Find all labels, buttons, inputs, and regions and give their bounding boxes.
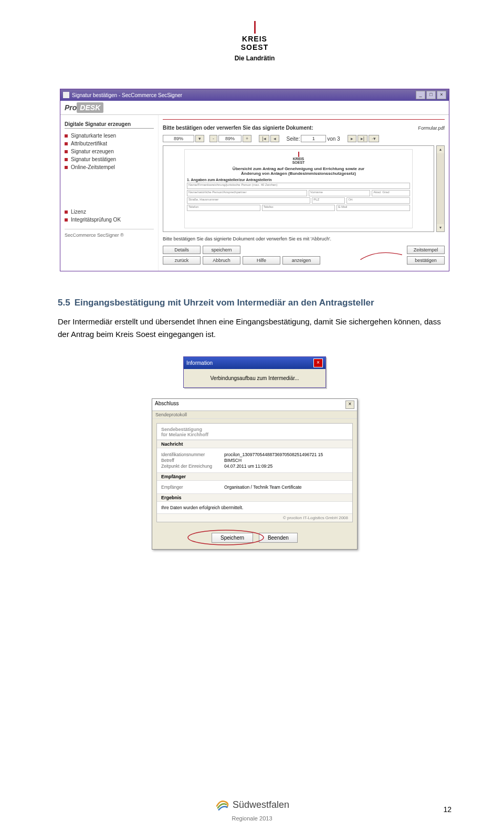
last-page-button[interactable]: ▸|: [358, 135, 368, 142]
toolbar-menu-button[interactable]: ·▾: [369, 135, 379, 142]
doc-logo-line2: SOEST: [187, 161, 410, 164]
secsigner-window: Signatur bestätigen - SecCommerce SecSig…: [60, 89, 449, 271]
sidebar-step: Online-Zeitstempel: [65, 163, 154, 171]
maximize-button[interactable]: □: [426, 91, 436, 99]
zoom-out-button[interactable]: -: [209, 135, 217, 142]
sidebar-step: Signatur bestätigen: [65, 155, 154, 163]
confirm-instruction: Bitte bestätigen Sie das signierte Dokum…: [163, 236, 445, 241]
pdf-toolbar: 89% ▾ - 89% + |◂ ◂ Seite: 1 von 3: [163, 135, 445, 142]
file-name: Formular.pdf: [418, 125, 445, 131]
sidebar-heading: Digitale Signatur erzeugen: [65, 121, 154, 129]
red-divider: [163, 119, 445, 120]
section-ergebnis: Ergebnis: [157, 493, 352, 502]
sidebar-footer: SecCommerce SecSigner ®: [65, 229, 154, 238]
page-number: 12: [443, 805, 452, 814]
scroll-down-icon[interactable]: ▾: [437, 224, 444, 231]
abschluss-window: Abschluss × Sendeprotokoll Sendebestätig…: [152, 398, 358, 550]
info-dialog: Information × Verbindungsaufbau zum Inte…: [183, 356, 326, 388]
next-page-button[interactable]: ▸: [348, 135, 356, 142]
main-panel: Bitte bestätigen oder verwerfen Sie das …: [159, 115, 449, 271]
card-head-line1: Sendebestätigung: [161, 427, 202, 432]
doc-field: Telefon: [187, 205, 260, 211]
scroll-up-icon[interactable]: ▴: [437, 146, 444, 153]
pdf-preview[interactable]: KREIS SOEST Übersicht zum Antrag auf Gen…: [163, 145, 434, 232]
doc-field: Vorname: [309, 190, 370, 196]
section-body: Der Intermediär erstellt und übersendet …: [58, 315, 452, 341]
speichern-button[interactable]: Speichern: [212, 533, 253, 543]
info-dialog-title: Information: [186, 360, 213, 366]
sidebar-step: Signaturkarte lesen: [65, 132, 154, 140]
page-total: von 3: [327, 136, 340, 142]
save-button[interactable]: speichern: [203, 246, 240, 254]
logo-red-bar: [254, 21, 256, 34]
sidebar-step: Attributzertifikat: [65, 140, 154, 148]
close-button[interactable]: ×: [437, 91, 446, 99]
doc-field: Ort: [346, 197, 410, 204]
close-icon[interactable]: ×: [345, 401, 354, 409]
cancel-button[interactable]: Abbruch: [203, 256, 240, 265]
row-id: Identifikationsnummerprocilon_1309770544…: [161, 452, 348, 457]
credit-line: © procilon IT-Logistics GmbH 2008: [157, 513, 352, 522]
page-header-logo: KREIS SOEST Die Landrätin: [58, 21, 452, 62]
sidebar-status: Integritätsprüfung OK: [65, 216, 154, 224]
zoom-value: 89%: [218, 135, 242, 142]
ergebnis-text: Ihre Daten wurden erfolgreich übermittel…: [157, 502, 352, 513]
timestamp-button[interactable]: Zeitstempel: [407, 246, 445, 254]
section-title-text: Eingangsbestätigung mit Uhrzeit vom Inte…: [75, 298, 374, 308]
minimize-button[interactable]: _: [416, 91, 425, 99]
prodesk-logo-bar: ProDESK: [60, 101, 449, 115]
doc-field: E-Mail: [337, 205, 410, 211]
zoom-dropdown-icon[interactable]: ▾: [195, 135, 204, 142]
page-footer: Südwestfalen Regionale 2013: [0, 797, 504, 822]
sidebar-step: Signatur erzeugen: [65, 148, 154, 155]
doc-field: Name/Firmenbezeichnung/juristische Perso…: [187, 183, 410, 189]
abschluss-titlebar[interactable]: Abschluss ×: [152, 399, 357, 411]
doc-logo-line1: KREIS: [187, 157, 410, 161]
details-button[interactable]: Details: [163, 246, 201, 254]
doc-title: Übersicht zum Antrag auf Genehmigung und…: [187, 166, 410, 176]
sidebar: Digitale Signatur erzeugen Signaturkarte…: [60, 115, 159, 271]
abschluss-title: Abschluss: [155, 401, 179, 409]
sendeprotokoll-card: Sendebestätigung für Melanie Kirchhoff N…: [156, 423, 353, 522]
card-head: Sendebestätigung für Melanie Kirchhoff: [157, 424, 352, 440]
zoom-combo[interactable]: 89%: [163, 135, 194, 142]
help-button[interactable]: Hilfe: [243, 256, 280, 265]
first-page-button[interactable]: |◂: [259, 135, 269, 142]
page-label: Seite:: [287, 136, 300, 142]
info-dialog-titlebar[interactable]: Information ×: [184, 357, 326, 369]
window-titlebar[interactable]: Signatur bestätigen - SecCommerce SecSig…: [60, 89, 449, 101]
prev-page-button[interactable]: ◂: [270, 135, 279, 142]
section-number: 5.5: [58, 298, 70, 308]
confirm-button[interactable]: bestätigen: [407, 256, 445, 265]
row-betreff: BetreffBIMSCH: [161, 458, 348, 463]
prodesk-pro: Pro: [65, 103, 77, 112]
doc-section-1: 1. Angaben zum Antragsteller/zur Antrags…: [187, 178, 410, 182]
section-nachricht: Nachricht: [157, 440, 352, 448]
info-dialog-body: Verbindungsaufbau zum Intermediär...: [184, 369, 326, 387]
doc-field: Straße, Hausnummer: [187, 197, 310, 204]
row-empfaenger: EmpfängerOrganisation / Technik Team Cer…: [161, 485, 348, 490]
row-zeitpunkt: Zeitpunkt der Einreichung04.07.2011 um 1…: [161, 464, 348, 469]
page-input[interactable]: 1: [301, 135, 326, 142]
logo-line1: KREIS: [235, 35, 275, 43]
show-button[interactable]: anzeigen: [282, 256, 320, 265]
beenden-button[interactable]: Beenden: [259, 533, 298, 543]
logo-subtitle: Die Landrätin: [235, 55, 275, 62]
doc-field: Akad. Grad: [372, 190, 410, 196]
doc-field: Name/natürliche Person/Ansprechpartner: [187, 190, 307, 196]
logo-line2: SOEST: [235, 43, 275, 51]
doc-field: PLZ: [312, 197, 345, 204]
section-heading: 5.5Eingangsbestätigung mit Uhrzeit vom I…: [58, 298, 452, 308]
sidebar-status: Lizenz: [65, 208, 154, 216]
section-empfaenger: Empfänger: [157, 472, 352, 481]
sidebar-status-list: Lizenz Integritätsprüfung OK: [65, 208, 154, 224]
back-button[interactable]: zurück: [163, 256, 201, 265]
footer-brand: Südwestfalen: [233, 799, 289, 810]
abschluss-subtitle: Sendeprotokoll: [152, 411, 357, 419]
app-icon: [63, 92, 69, 98]
vertical-scrollbar[interactable]: ▴ ▾: [436, 145, 445, 232]
close-icon[interactable]: ×: [313, 359, 323, 367]
prodesk-desk: DESK: [77, 102, 103, 113]
zoom-in-button[interactable]: +: [243, 135, 251, 142]
doc-field: Telefax: [262, 205, 335, 211]
